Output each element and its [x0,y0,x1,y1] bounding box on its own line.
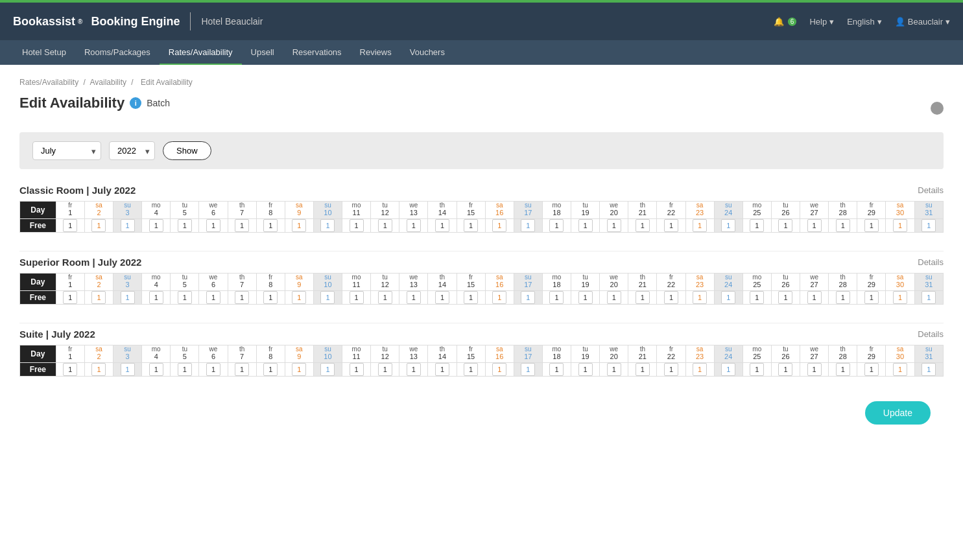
free-value-3-room-0[interactable]: 1 [121,219,135,232]
free-value-26-room-0[interactable]: 1 [778,219,792,232]
help-button[interactable]: Help ▾ [809,17,834,27]
free-value-11-room-2[interactable]: 1 [350,363,364,376]
free-value-20-room-0[interactable]: 1 [607,219,621,232]
free-value-19-room-1[interactable]: 1 [578,291,593,304]
free-value-4-room-2[interactable]: 1 [149,363,163,376]
free-value-23-room-0[interactable]: 1 [693,219,707,232]
free-value-13-room-1[interactable]: 1 [407,291,421,304]
year-select[interactable]: 202120222023 [109,141,155,160]
free-value-7-room-0[interactable]: 1 [235,219,249,232]
free-value-6-room-1[interactable]: 1 [206,291,220,304]
free-value-18-room-1[interactable]: 1 [549,291,564,304]
free-value-5-room-1[interactable]: 1 [178,291,192,304]
show-button[interactable]: Show [163,141,211,160]
free-value-16-room-0[interactable]: 1 [492,219,506,232]
free-value-5-room-2[interactable]: 1 [178,363,192,376]
free-value-26-room-1[interactable]: 1 [778,291,792,304]
free-value-23-room-2[interactable]: 1 [693,363,707,376]
free-value-20-room-2[interactable]: 1 [607,363,621,376]
free-value-19-room-0[interactable]: 1 [578,219,593,232]
nav-rooms-packages[interactable]: Rooms/Packages [75,40,160,65]
free-value-20-room-1[interactable]: 1 [607,291,621,304]
free-value-3-room-1[interactable]: 1 [121,291,135,304]
free-value-12-room-0[interactable]: 1 [378,219,392,232]
free-value-9-room-2[interactable]: 1 [292,363,306,376]
nav-upsell[interactable]: Upsell [242,40,283,65]
free-value-16-room-2[interactable]: 1 [492,363,506,376]
free-value-27-room-2[interactable]: 1 [807,363,822,376]
free-value-24-room-2[interactable]: 1 [721,363,735,376]
free-value-28-room-2[interactable]: 1 [836,363,850,376]
free-value-11-room-0[interactable]: 1 [350,219,364,232]
free-value-18-room-2[interactable]: 1 [549,363,564,376]
free-value-10-room-0[interactable]: 1 [320,219,335,232]
free-value-31-room-1[interactable]: 1 [921,291,936,304]
free-value-11-room-1[interactable]: 1 [350,291,364,304]
nav-vouchers[interactable]: Vouchers [401,40,454,65]
free-value-21-room-2[interactable]: 1 [636,363,650,376]
free-value-25-room-0[interactable]: 1 [750,219,764,232]
free-value-17-room-0[interactable]: 1 [521,219,535,232]
month-select[interactable]: JanuaryFebruaryMarchApril MayJuneJulyAug… [32,141,101,160]
info-icon[interactable]: i [130,97,141,109]
free-value-3-room-2[interactable]: 1 [121,363,135,376]
language-button[interactable]: English ▾ [847,17,882,27]
notifications-button[interactable]: 🔔 6 [774,17,797,27]
free-value-27-room-1[interactable]: 1 [807,291,822,304]
free-value-19-room-2[interactable]: 1 [578,363,593,376]
free-value-29-room-1[interactable]: 1 [864,291,879,304]
free-value-14-room-1[interactable]: 1 [435,291,449,304]
free-value-16-room-1[interactable]: 1 [492,291,506,304]
free-value-1-room-1[interactable]: 1 [63,291,77,304]
free-value-1-room-2[interactable]: 1 [63,363,77,376]
free-value-15-room-2[interactable]: 1 [464,363,478,376]
free-value-22-room-2[interactable]: 1 [664,363,678,376]
free-value-2-room-2[interactable]: 1 [91,363,106,376]
breadcrumb-rates[interactable]: Rates/Availability [19,78,78,87]
nav-rates-availability[interactable]: Rates/Availability [160,40,242,65]
free-value-26-room-2[interactable]: 1 [778,363,792,376]
free-value-21-room-0[interactable]: 1 [636,219,650,232]
free-value-17-room-1[interactable]: 1 [521,291,535,304]
nav-hotel-setup[interactable]: Hotel Setup [13,40,75,65]
free-value-24-room-0[interactable]: 1 [721,219,735,232]
free-value-14-room-0[interactable]: 1 [435,219,449,232]
free-value-2-room-0[interactable]: 1 [91,219,106,232]
free-value-6-room-0[interactable]: 1 [206,219,220,232]
free-value-28-room-1[interactable]: 1 [836,291,850,304]
free-value-2-room-1[interactable]: 1 [91,291,106,304]
free-value-5-room-0[interactable]: 1 [178,219,192,232]
free-value-28-room-0[interactable]: 1 [836,219,850,232]
details-link-1[interactable]: Details [918,257,944,267]
free-value-9-room-0[interactable]: 1 [292,219,306,232]
free-value-31-room-0[interactable]: 1 [921,219,936,232]
free-value-29-room-0[interactable]: 1 [864,219,879,232]
free-value-17-room-2[interactable]: 1 [521,363,535,376]
free-value-4-room-1[interactable]: 1 [149,291,163,304]
free-value-15-room-1[interactable]: 1 [464,291,478,304]
free-value-4-room-0[interactable]: 1 [149,219,163,232]
free-value-9-room-1[interactable]: 1 [292,291,306,304]
free-value-18-room-0[interactable]: 1 [549,219,564,232]
details-link-0[interactable]: Details [918,185,944,195]
update-button[interactable]: Update [865,401,931,425]
free-value-24-room-1[interactable]: 1 [721,291,735,304]
free-value-23-room-1[interactable]: 1 [693,291,707,304]
free-value-25-room-2[interactable]: 1 [750,363,764,376]
free-value-15-room-0[interactable]: 1 [464,219,478,232]
free-value-30-room-0[interactable]: 1 [893,219,907,232]
free-value-8-room-2[interactable]: 1 [263,363,278,376]
free-value-12-room-1[interactable]: 1 [378,291,392,304]
free-value-8-room-0[interactable]: 1 [263,219,278,232]
free-value-27-room-0[interactable]: 1 [807,219,822,232]
free-value-29-room-2[interactable]: 1 [864,363,879,376]
free-value-12-room-2[interactable]: 1 [378,363,392,376]
free-value-13-room-2[interactable]: 1 [407,363,421,376]
free-value-22-room-0[interactable]: 1 [664,219,678,232]
free-value-14-room-2[interactable]: 1 [435,363,449,376]
free-value-30-room-2[interactable]: 1 [893,363,907,376]
free-value-31-room-2[interactable]: 1 [921,363,936,376]
nav-reservations[interactable]: Reservations [283,40,351,65]
free-value-10-room-1[interactable]: 1 [320,291,335,304]
breadcrumb-availability[interactable]: Availability [90,78,126,87]
